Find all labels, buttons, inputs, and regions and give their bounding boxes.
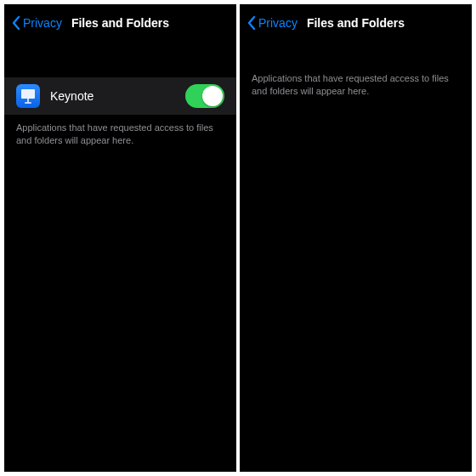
nav-bar: Privacy Files and Folders: [4, 4, 236, 42]
back-button[interactable]: Privacy: [246, 15, 298, 31]
toggle-knob: [202, 86, 223, 106]
nav-bar: Privacy Files and Folders: [240, 4, 472, 42]
app-label: Keynote: [50, 89, 175, 103]
section-footer-text: Applications that have requested access …: [4, 115, 236, 147]
back-label: Privacy: [23, 16, 62, 30]
app-permission-row[interactable]: Keynote: [4, 77, 236, 115]
chevron-left-icon: [11, 15, 21, 31]
content-area: Keynote Applications that have requested…: [4, 42, 236, 472]
back-label: Privacy: [258, 16, 298, 30]
chevron-left-icon: [246, 15, 257, 31]
settings-panel-left: Privacy Files and Folders Keynote Applic…: [4, 4, 236, 472]
back-button[interactable]: Privacy: [11, 15, 62, 31]
section-footer-text: Applications that have requested access …: [240, 42, 472, 98]
permission-toggle[interactable]: [185, 84, 224, 108]
settings-panel-right: Privacy Files and Folders Applications t…: [240, 4, 472, 472]
keynote-app-icon: [16, 84, 40, 108]
content-area: Applications that have requested access …: [240, 42, 472, 472]
